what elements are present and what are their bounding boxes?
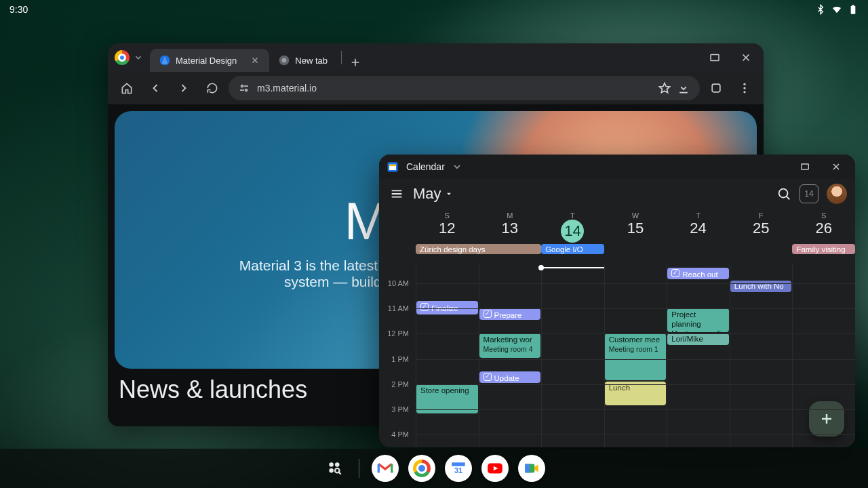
day-header[interactable]: S26 <box>792 209 855 244</box>
taskbar-chrome-icon[interactable] <box>408 455 435 482</box>
day-header[interactable]: M13 <box>479 209 542 244</box>
svg-rect-13 <box>802 164 809 169</box>
svg-rect-25 <box>525 464 530 473</box>
tab-strip: Material Design New tab <box>150 43 700 72</box>
tab-label: New tab <box>295 56 328 66</box>
hamburger-menu-icon[interactable] <box>387 184 406 203</box>
svg-point-15 <box>329 462 334 467</box>
taskbar-youtube-icon[interactable] <box>481 455 509 482</box>
svg-point-9 <box>743 91 745 93</box>
taskbar-calendar-icon[interactable]: 31 <box>445 455 472 482</box>
chevron-down-icon[interactable] <box>452 161 462 172</box>
battery-icon <box>848 4 859 15</box>
calendar-event[interactable]: Lori/Mike <box>667 333 729 345</box>
svg-rect-12 <box>389 165 396 167</box>
event-allday-zurich[interactable]: Zürich design days <box>416 244 541 254</box>
svg-line-19 <box>338 472 340 474</box>
tab-new-tab[interactable]: New tab <box>269 49 337 72</box>
svg-rect-6 <box>712 84 720 92</box>
calendar-event[interactable]: Marketing worMeeting room 4 <box>479 333 541 357</box>
svg-text:31: 31 <box>454 466 462 474</box>
taskbar-gmail-icon[interactable] <box>372 455 399 482</box>
taskbar-divider <box>359 459 359 478</box>
svg-point-16 <box>335 462 340 467</box>
day-header[interactable]: T24 <box>667 209 730 244</box>
taskbar: 31 <box>0 449 868 488</box>
account-chevron-icon[interactable] <box>134 53 143 62</box>
svg-point-17 <box>329 468 334 473</box>
jump-to-today-icon[interactable]: 14 <box>800 184 818 203</box>
calendar-app-icon <box>386 160 399 174</box>
calendar-window: Calendar May 14 S12 <box>379 155 855 447</box>
svg-point-8 <box>743 87 745 89</box>
back-icon[interactable] <box>143 76 167 100</box>
svg-rect-3 <box>711 55 719 61</box>
url-text: m3.material.io <box>257 83 651 94</box>
home-icon[interactable] <box>115 76 139 100</box>
bookmark-icon[interactable] <box>658 81 671 95</box>
hour-label: 10 AM <box>379 279 413 287</box>
search-icon[interactable] <box>776 186 791 201</box>
bluetooth-icon <box>815 4 826 15</box>
tab-label: Material Design <box>176 56 237 66</box>
clock: 9:30 <box>9 4 28 15</box>
overflow-menu-icon[interactable] <box>732 76 757 100</box>
calendar-event[interactable]: Project planningMeeting room 5 <box>667 308 729 332</box>
app-launcher-icon[interactable] <box>323 457 347 480</box>
calendar-event[interactable]: Lunch with No <box>730 281 792 292</box>
chrome-titlebar[interactable]: Material Design New tab <box>108 43 764 72</box>
chrome-toolbar: m3.material.io <box>108 72 764 104</box>
svg-point-14 <box>779 189 788 198</box>
calendar-event[interactable]: Lunch <box>605 382 667 405</box>
forward-icon[interactable] <box>172 76 196 100</box>
calendar-titlebar[interactable]: Calendar <box>379 155 855 179</box>
event-allday-family[interactable]: Family visiting <box>792 244 855 254</box>
event-allday-io[interactable]: Google I/O <box>541 244 604 254</box>
day-header[interactable]: F25 <box>730 209 793 244</box>
hour-label: 3 PM <box>379 405 413 413</box>
create-event-fab[interactable] <box>809 401 844 436</box>
reload-icon[interactable] <box>200 76 224 100</box>
status-bar: 9:30 <box>0 0 868 19</box>
calendar-close-icon[interactable] <box>824 157 848 177</box>
calendar-event[interactable]: Update slide <box>479 371 541 383</box>
allday-row: Zürich design days Google I/O Family vis… <box>416 244 855 258</box>
day-header[interactable]: W15 <box>604 209 667 244</box>
svg-point-2 <box>282 58 287 63</box>
newtab-favicon-icon <box>279 55 290 66</box>
month-label: May <box>413 185 441 203</box>
month-picker[interactable]: May <box>413 185 454 203</box>
svg-point-5 <box>245 89 248 92</box>
hour-label: 2 PM <box>379 380 413 388</box>
tab-count-icon[interactable] <box>704 76 728 100</box>
window-maximize-icon[interactable] <box>701 45 728 70</box>
site-settings-icon[interactable] <box>238 82 250 94</box>
calendar-event[interactable]: Prepare wor <box>479 308 541 320</box>
window-close-icon[interactable] <box>732 45 760 70</box>
tab-close-icon[interactable] <box>250 56 260 65</box>
tab-material-design[interactable]: Material Design <box>150 49 269 72</box>
hour-label: 12 PM <box>379 329 413 338</box>
calendar-maximize-icon[interactable] <box>793 157 817 177</box>
download-icon[interactable] <box>677 81 690 95</box>
calendar-event[interactable]: Customer meeMeeting room 1 <box>605 333 667 380</box>
wifi-icon <box>831 4 842 15</box>
day-header[interactable]: T14 <box>541 209 604 244</box>
calendar-event[interactable]: Finalize pres <box>416 301 478 314</box>
calendar-toolbar: May 14 <box>379 179 855 209</box>
hour-label: 4 PM <box>379 430 413 439</box>
calendar-event[interactable]: Reach out to <box>667 268 729 279</box>
calendar-window-title: Calendar <box>406 161 445 172</box>
day-header[interactable]: S12 <box>416 209 479 244</box>
address-bar[interactable]: m3.material.io <box>229 76 700 100</box>
tab-separator <box>341 51 342 64</box>
new-tab-button[interactable] <box>346 53 365 72</box>
material-favicon-icon <box>159 55 170 66</box>
svg-point-4 <box>241 85 243 87</box>
chrome-logo-icon <box>115 50 130 65</box>
svg-point-7 <box>743 83 745 85</box>
now-indicator <box>541 267 604 268</box>
user-avatar[interactable] <box>827 184 847 204</box>
calendar-grid[interactable]: S12M13T14W15T24F25S26 Zürich design days… <box>379 209 855 447</box>
taskbar-meet-icon[interactable] <box>518 455 545 482</box>
